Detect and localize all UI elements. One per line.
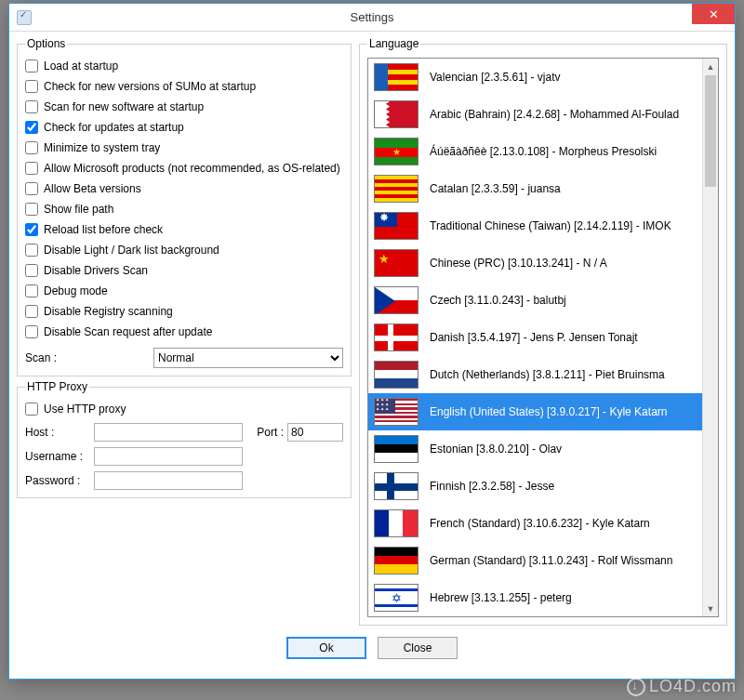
flag-icon xyxy=(374,472,418,500)
flag-icon xyxy=(374,584,418,612)
language-item[interactable]: Áúëãàðñêè [2.13.0.108] - Morpheus Presol… xyxy=(368,133,702,170)
option-label: Disable Light / Dark list background xyxy=(44,244,219,257)
option-row: Load at startup xyxy=(25,56,343,76)
option-label: Disable Scan request after update xyxy=(44,325,212,338)
flag-icon xyxy=(374,398,418,426)
language-item[interactable]: Hebrew [3.13.1.255] - peterg xyxy=(368,579,702,616)
dialog-buttons: Ok Close xyxy=(9,629,735,668)
option-checkbox[interactable] xyxy=(25,223,38,236)
option-checkbox[interactable] xyxy=(25,80,38,93)
flag-icon xyxy=(374,547,418,575)
window-title: Settings xyxy=(351,10,394,24)
language-label: Chinese (PRC) [3.10.13.241] - N / A xyxy=(430,257,607,270)
use-proxy-row: Use HTTP proxy xyxy=(25,399,343,419)
app-icon xyxy=(17,10,32,25)
proxy-pass-input[interactable] xyxy=(94,471,243,490)
scan-row: Scan : Normal xyxy=(25,348,343,368)
settings-window: Settings ✕ Options Load at startupCheck … xyxy=(8,3,736,680)
language-label: Hebrew [3.13.1.255] - peterg xyxy=(430,591,572,604)
option-checkbox[interactable] xyxy=(25,162,38,175)
flag-icon xyxy=(374,435,418,463)
language-list[interactable]: Valencian [2.3.5.61] - vjatvArabic (Bahr… xyxy=(368,59,702,616)
option-label: Show file path xyxy=(44,203,113,216)
proxy-port-input[interactable] xyxy=(287,423,343,442)
option-checkbox[interactable] xyxy=(25,264,38,277)
language-label: Czech [3.11.0.243] - balutbj xyxy=(430,294,566,307)
flag-icon xyxy=(374,212,418,240)
option-row: Show file path xyxy=(25,199,343,219)
option-row: Check for updates at startup xyxy=(25,117,343,138)
flag-icon xyxy=(374,324,418,351)
option-checkbox[interactable] xyxy=(25,182,38,195)
option-label: Allow Beta versions xyxy=(44,182,141,195)
flag-icon xyxy=(374,361,418,389)
proxy-port-label: Port : xyxy=(246,426,284,439)
language-item[interactable]: Estonian [3.8.0.210] - Olav xyxy=(368,430,702,468)
language-item[interactable]: Czech [3.11.0.243] - balutbj xyxy=(368,282,702,319)
options-group: Options Load at startupCheck for new ver… xyxy=(17,37,352,376)
language-label: Valencian [2.3.5.61] - vjatv xyxy=(430,71,561,84)
close-button[interactable]: Close xyxy=(378,637,458,659)
options-legend: Options xyxy=(25,37,67,50)
watermark: LO4D.com xyxy=(627,677,737,696)
option-label: Check for new versions of SUMo at startu… xyxy=(44,80,256,93)
option-row: Debug mode xyxy=(25,281,343,301)
option-label: Debug mode xyxy=(44,284,108,297)
option-row: Allow Microsoft products (not recommende… xyxy=(25,158,343,178)
option-checkbox[interactable] xyxy=(25,203,38,216)
option-checkbox[interactable] xyxy=(25,305,38,318)
option-checkbox[interactable] xyxy=(25,244,38,257)
language-label: English (United States) [3.9.0.217] - Ky… xyxy=(430,405,667,418)
option-checkbox[interactable] xyxy=(25,59,38,73)
language-item[interactable]: Catalan [2.3.3.59] - juansa xyxy=(368,170,702,207)
scroll-down-icon[interactable]: ▼ xyxy=(703,601,718,616)
option-checkbox[interactable] xyxy=(25,325,38,338)
scroll-up-icon[interactable]: ▲ xyxy=(703,59,718,74)
language-item[interactable]: French (Standard) [3.10.6.232] - Kyle Ka… xyxy=(368,505,702,542)
language-item[interactable]: Danish [3.5.4.197] - Jens P. Jensen Tona… xyxy=(368,319,702,356)
proxy-host-input[interactable] xyxy=(94,423,243,442)
option-row: Allow Beta versions xyxy=(25,178,343,199)
language-item[interactable]: English (United States) [3.9.0.217] - Ky… xyxy=(368,393,702,430)
language-item[interactable]: Valencian [2.3.5.61] - vjatv xyxy=(368,59,702,96)
proxy-pass-label: Password : xyxy=(25,474,90,487)
close-window-button[interactable]: ✕ xyxy=(692,4,735,24)
language-listbox: Valencian [2.3.5.61] - vjatvArabic (Bahr… xyxy=(367,58,719,617)
proxy-user-input[interactable] xyxy=(94,447,243,466)
scan-select[interactable]: Normal xyxy=(153,348,343,368)
option-label: Disable Drivers Scan xyxy=(44,264,148,277)
language-label: Dutch (Netherlands) [3.8.1.211] - Piet B… xyxy=(430,368,665,381)
option-checkbox[interactable] xyxy=(25,100,38,113)
language-label: Catalan [2.3.3.59] - juansa xyxy=(430,182,561,195)
flag-icon xyxy=(374,175,418,203)
flag-icon xyxy=(374,63,418,91)
proxy-legend: HTTP Proxy xyxy=(25,380,89,393)
language-item[interactable]: German (Standard) [3.11.0.243] - Rolf Wi… xyxy=(368,542,702,579)
language-item[interactable]: Finnish [2.3.2.58] - Jesse xyxy=(368,468,702,505)
language-item[interactable]: Chinese (PRC) [3.10.13.241] - N / A xyxy=(368,244,702,282)
language-label: Arabic (Bahrain) [2.4.2.68] - Mohammed A… xyxy=(430,108,679,121)
option-label: Disable Registry scanning xyxy=(44,305,173,318)
option-row: Reload list before check xyxy=(25,219,343,240)
language-scrollbar[interactable]: ▲ ▼ xyxy=(702,59,718,616)
language-item[interactable]: Dutch (Netherlands) [3.8.1.211] - Piet B… xyxy=(368,356,702,393)
option-label: Check for updates at startup xyxy=(44,121,184,134)
scan-label: Scan : xyxy=(25,351,146,364)
option-checkbox[interactable] xyxy=(25,141,38,154)
language-item[interactable]: Arabic (Bahrain) [2.4.2.68] - Mohammed A… xyxy=(368,96,702,133)
option-checkbox[interactable] xyxy=(25,284,38,297)
option-checkbox[interactable] xyxy=(25,121,38,134)
language-item[interactable]: Traditional Chinese (Taiwan) [2.14.2.119… xyxy=(368,207,702,244)
option-row: Disable Scan request after update xyxy=(25,322,343,342)
option-row: Minimize to system tray xyxy=(25,138,343,158)
flag-icon xyxy=(374,286,418,314)
flag-icon xyxy=(374,100,418,128)
use-proxy-checkbox[interactable] xyxy=(25,403,38,416)
ok-button[interactable]: Ok xyxy=(286,637,366,659)
scroll-thumb[interactable] xyxy=(705,75,716,187)
option-label: Scan for new software at startup xyxy=(44,100,204,113)
flag-icon xyxy=(374,249,418,277)
flag-icon xyxy=(374,138,418,165)
download-icon xyxy=(627,678,645,696)
right-column: Language Valencian [2.3.5.61] - vjatvAra… xyxy=(359,37,727,626)
